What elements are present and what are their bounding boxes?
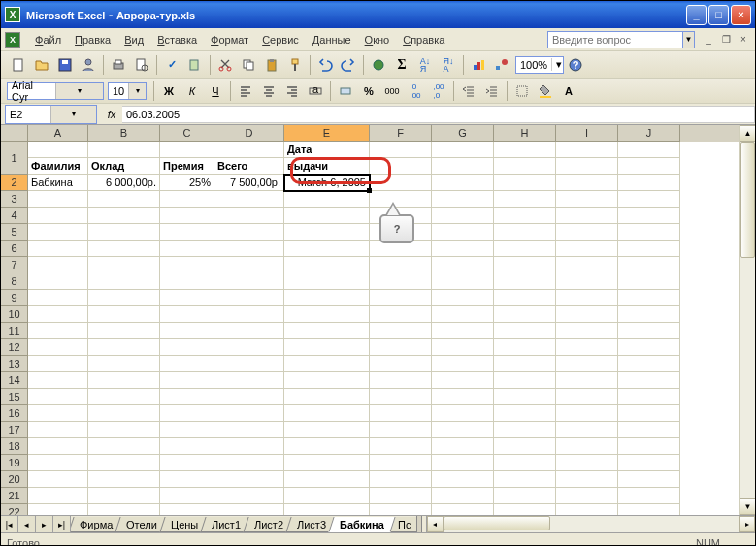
font-size-combo[interactable]: 10▾ (108, 82, 147, 100)
cell-A4[interactable] (28, 208, 88, 224)
row-header-13[interactable]: 13 (1, 356, 28, 372)
cell-I9[interactable] (556, 290, 618, 306)
cell-B10[interactable] (88, 306, 160, 323)
doc-restore-button[interactable]: ❐ (718, 33, 734, 47)
menu-format[interactable]: Формат (204, 31, 255, 48)
column-header-J[interactable]: J (618, 125, 680, 142)
cell-D22[interactable] (214, 504, 284, 515)
row-header-16[interactable]: 16 (1, 405, 28, 422)
cell-I11[interactable] (556, 323, 618, 339)
menu-file[interactable]: Файл (28, 31, 68, 48)
cell-G2[interactable] (432, 175, 494, 191)
cell-E22[interactable] (284, 504, 370, 515)
row-headers[interactable]: 12345678910111213141516171819202122 (1, 142, 28, 515)
cell-A5[interactable] (28, 224, 88, 241)
cell-H13[interactable] (494, 356, 556, 372)
cell-I20[interactable] (556, 471, 618, 488)
scroll-up-button[interactable]: ▲ (740, 125, 755, 142)
cell-A16[interactable] (28, 405, 88, 422)
cell-H18[interactable] (494, 438, 556, 455)
column-header-F[interactable]: F (370, 125, 432, 142)
cell-D6[interactable] (214, 241, 284, 257)
cell-C16[interactable] (160, 405, 214, 422)
cell-F12[interactable] (370, 339, 432, 356)
autosum-button[interactable]: Σ (391, 54, 412, 76)
fill-color-button[interactable] (535, 80, 556, 102)
spellcheck-button[interactable]: ✓ (161, 54, 182, 76)
cell-B21[interactable] (88, 488, 160, 504)
cell-E12[interactable] (284, 339, 370, 356)
row-header-12[interactable]: 12 (1, 339, 28, 356)
save-button[interactable] (54, 54, 76, 76)
help-question-input[interactable] (547, 31, 683, 48)
cell-D2[interactable]: 7 500,00р. (214, 175, 284, 191)
cell-B4[interactable] (88, 208, 160, 224)
cell-I4[interactable] (556, 208, 618, 224)
column-header-C[interactable]: C (160, 125, 214, 142)
cell-F18[interactable] (370, 438, 432, 455)
cell-I3[interactable] (556, 191, 618, 208)
cell-G16[interactable] (432, 405, 494, 422)
research-button[interactable] (184, 54, 206, 76)
cell-I16[interactable] (556, 405, 618, 422)
cell-D4[interactable] (214, 208, 284, 224)
cell-A19[interactable] (28, 455, 88, 471)
cell-F14[interactable] (370, 372, 432, 389)
cell-E20[interactable] (284, 471, 370, 488)
cell-B20[interactable] (88, 471, 160, 488)
cell-H1[interactable] (494, 158, 556, 175)
cell-J1[interactable] (618, 158, 680, 175)
cell-A0[interactable] (28, 142, 88, 158)
menu-window[interactable]: Окно (358, 31, 397, 48)
cell-I10[interactable] (556, 306, 618, 323)
cell-I6[interactable] (556, 241, 618, 257)
cell-I0[interactable] (556, 142, 618, 158)
cell-J6[interactable] (618, 241, 680, 257)
vscroll-thumb[interactable] (740, 142, 755, 258)
cell-J10[interactable] (618, 306, 680, 323)
select-all-corner[interactable] (1, 125, 28, 142)
sheet-tab-Бабкина[interactable]: Бабкина (329, 517, 396, 532)
cell-A11[interactable] (28, 323, 88, 339)
cell-J20[interactable] (618, 471, 680, 488)
fx-button[interactable]: fx (101, 109, 122, 120)
column-header-G[interactable]: G (432, 125, 494, 142)
cell-H12[interactable] (494, 339, 556, 356)
cell-J9[interactable] (618, 290, 680, 306)
cell-E15[interactable] (284, 389, 370, 405)
cell-A14[interactable] (28, 372, 88, 389)
cell-F2[interactable] (370, 175, 432, 191)
tab-next-button[interactable]: ▸ (36, 516, 53, 532)
cell-A10[interactable] (28, 306, 88, 323)
decrease-decimal-button[interactable]: ,00,0 (428, 80, 449, 102)
row-header-7[interactable]: 7 (1, 257, 28, 273)
undo-button[interactable] (314, 54, 336, 76)
cell-H16[interactable] (494, 405, 556, 422)
cell-E14[interactable] (284, 372, 370, 389)
cell-I21[interactable] (556, 488, 618, 504)
cell-A3[interactable] (28, 191, 88, 208)
cell-F15[interactable] (370, 389, 432, 405)
increase-indent-button[interactable] (481, 80, 503, 102)
new-button[interactable] (8, 54, 29, 76)
row-header-3[interactable]: 3 (1, 191, 28, 208)
name-box[interactable]: E2▾ (5, 105, 97, 124)
cell-C12[interactable] (160, 339, 214, 356)
cell-E1[interactable]: выдачи (284, 158, 370, 175)
row-header-5[interactable]: 5 (1, 224, 28, 241)
cell-C18[interactable] (160, 438, 214, 455)
cell-A21[interactable] (28, 488, 88, 504)
cell-A1[interactable]: Фамилия (28, 158, 88, 175)
cell-H3[interactable] (494, 191, 556, 208)
cell-J14[interactable] (618, 372, 680, 389)
cell-E21[interactable] (284, 488, 370, 504)
cell-F17[interactable] (370, 422, 432, 438)
cell-A2[interactable]: Бабкина (28, 175, 88, 191)
cell-E17[interactable] (284, 422, 370, 438)
cell-H20[interactable] (494, 471, 556, 488)
cell-H15[interactable] (494, 389, 556, 405)
cell-H22[interactable] (494, 504, 556, 515)
cell-I2[interactable] (556, 175, 618, 191)
close-button[interactable]: × (731, 5, 751, 25)
paste-button[interactable] (261, 54, 282, 76)
